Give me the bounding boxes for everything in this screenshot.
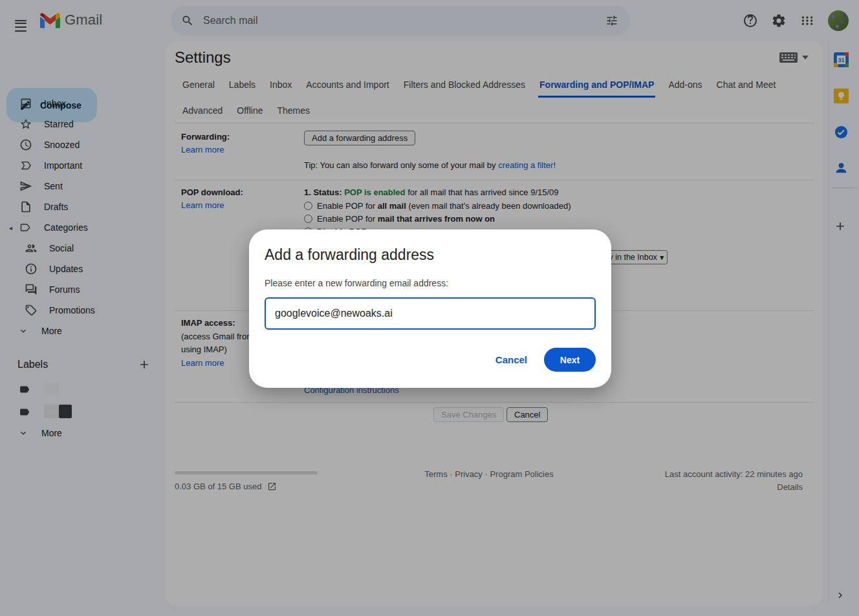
dialog-next-button[interactable]: Next — [544, 348, 596, 372]
dialog-cancel-button[interactable]: Cancel — [495, 354, 527, 365]
add-forwarding-address-dialog: Add a forwarding address Please enter a … — [249, 229, 611, 388]
dialog-title: Add a forwarding address — [265, 246, 596, 264]
forwarding-email-input[interactable] — [265, 297, 596, 330]
dialog-prompt: Please enter a new forwarding email addr… — [265, 278, 596, 288]
dialog-buttons: Cancel Next — [265, 348, 596, 372]
